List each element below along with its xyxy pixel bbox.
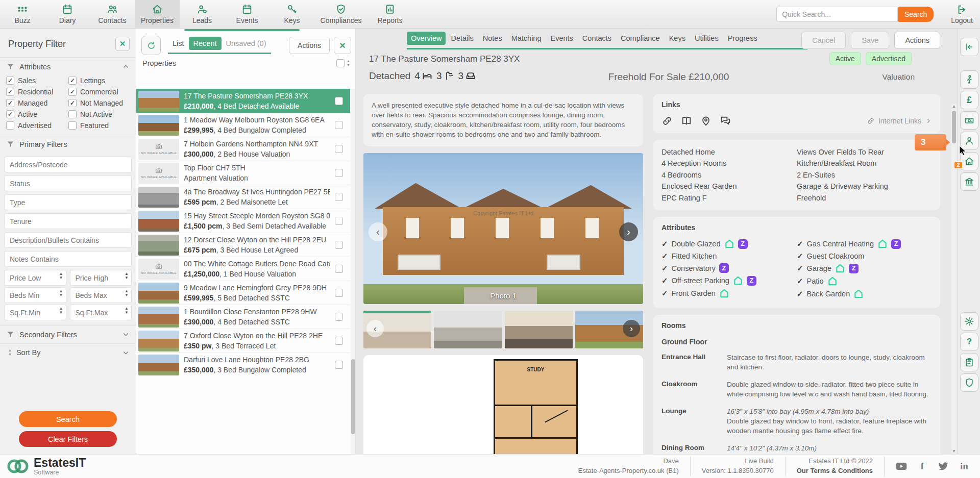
footer-terms-link[interactable]: Our Terms & Conditions: [797, 467, 873, 474]
property-row[interactable]: 12 Dorset Close Wyton on the Hill PE28 2…: [136, 233, 350, 257]
thumbs-next-button[interactable]: ›: [623, 320, 640, 337]
tab-progress[interactable]: Progress: [724, 32, 762, 45]
checkbox-lettings[interactable]: Lettings: [68, 77, 131, 85]
detail-actions-button[interactable]: Actions: [894, 32, 940, 49]
tab-utilities[interactable]: Utilities: [691, 32, 723, 45]
tenure-field[interactable]: [4, 213, 132, 229]
help-button[interactable]: ?: [960, 333, 978, 351]
property-row[interactable]: NO IMAGE AVAILABLE 00 The White Cottage …: [136, 257, 350, 281]
row-checkbox[interactable]: [335, 193, 343, 201]
nav-events[interactable]: Events: [225, 0, 270, 28]
checkbox-residential[interactable]: Residential: [6, 88, 68, 96]
detail-scrollbar-thumb[interactable]: [952, 111, 956, 143]
stepper-arrows[interactable]: ▲▼: [59, 289, 63, 297]
property-row[interactable]: 7 Oxford Close Wyton on the Hill PE28 2H…: [136, 329, 350, 353]
security-button[interactable]: [960, 373, 978, 392]
row-checkbox[interactable]: [335, 241, 343, 249]
checkbox-commercial[interactable]: Commercial: [68, 88, 131, 96]
tab-contacts[interactable]: Contacts: [578, 32, 616, 45]
stepper-arrows[interactable]: ▲▼: [59, 307, 63, 315]
row-checkbox[interactable]: [335, 265, 343, 273]
price-high-stepper[interactable]: ▲▼: [70, 270, 132, 286]
notes-side-button[interactable]: [960, 353, 978, 371]
property-row[interactable]: 17 The Pasture Somersham PE28 3YX£210,00…: [136, 89, 350, 113]
checkbox-not-active[interactable]: Not Active: [68, 110, 131, 118]
row-checkbox[interactable]: [335, 121, 343, 129]
notes-contains-field[interactable]: [4, 251, 132, 267]
property-row[interactable]: Darfuri Love Lane Houghton PE28 2BG£350,…: [136, 353, 350, 376]
beds-min-stepper[interactable]: ▲▼: [4, 287, 66, 303]
property-row[interactable]: NO IMAGE AVAILABLE Top Floor CH7 5THApar…: [136, 161, 350, 185]
row-checkbox[interactable]: [335, 361, 343, 369]
tab-keys[interactable]: Keys: [665, 32, 690, 45]
nav-properties[interactable]: Properties: [135, 0, 180, 28]
list-actions-button[interactable]: Actions: [289, 37, 330, 54]
collapse-panel-button[interactable]: [960, 38, 978, 56]
thumbs-prev-button[interactable]: ‹: [366, 320, 384, 337]
detail-scrollbar[interactable]: ▲ ▼: [951, 104, 957, 454]
compliance-side-button[interactable]: [960, 172, 978, 191]
type-field[interactable]: [4, 194, 132, 210]
stepper-arrows[interactable]: ▲▼: [125, 272, 129, 280]
stepper-arrows[interactable]: ▲▼: [125, 289, 129, 297]
map-pin-icon[interactable]: [700, 115, 712, 127]
settings-button[interactable]: [960, 312, 978, 331]
price-low-input[interactable]: [4, 270, 66, 286]
photo-thumbnail-3[interactable]: [505, 311, 573, 348]
attributes-section-header[interactable]: Attributes: [0, 57, 136, 76]
checkbox-advertised[interactable]: Advertised: [6, 121, 68, 130]
price-low-stepper[interactable]: ▲▼: [4, 270, 66, 286]
finance-button[interactable]: £: [960, 91, 978, 109]
list-scroll-arrows[interactable]: ▲▼: [347, 59, 350, 67]
logout-button[interactable]: Logout: [951, 4, 973, 24]
sqft-min-input[interactable]: [4, 305, 66, 320]
sqft-max-stepper[interactable]: ▲▼: [70, 305, 132, 320]
nav-keys[interactable]: Keys: [270, 0, 314, 28]
row-checkbox[interactable]: [335, 313, 343, 321]
tab-overview[interactable]: Overview: [407, 32, 446, 45]
property-row[interactable]: 1 Meadow Way Melbourn Royston SG8 6EA£29…: [136, 113, 350, 137]
linkedin-icon[interactable]: in: [958, 460, 971, 473]
clear-filters-button[interactable]: Clear Filters: [19, 431, 117, 447]
property-row[interactable]: 9 Meadow Lane Hemingford Grey PE28 9DH£5…: [136, 281, 350, 305]
refresh-list-button[interactable]: [141, 36, 161, 55]
photo-prev-button[interactable]: ‹: [369, 222, 387, 241]
scroll-up-arrow[interactable]: ▲: [951, 104, 957, 109]
checkbox-active[interactable]: Active: [6, 110, 68, 118]
row-checkbox[interactable]: [335, 169, 343, 177]
save-button[interactable]: Save: [851, 32, 889, 49]
nav-buzz[interactable]: Buzz: [0, 0, 45, 28]
payments-button[interactable]: [960, 111, 978, 130]
tab-details[interactable]: Details: [447, 32, 477, 45]
secondary-filters-header[interactable]: Secondary Filters: [0, 325, 136, 343]
checkbox-featured[interactable]: Featured: [68, 121, 131, 130]
applicants-button[interactable]: [960, 70, 978, 89]
row-checkbox[interactable]: [335, 97, 343, 105]
tab-compliance[interactable]: Compliance: [617, 32, 664, 45]
beds-min-input[interactable]: [4, 287, 66, 303]
select-all-checkbox[interactable]: [336, 59, 345, 67]
property-row[interactable]: 4a The Broadway St Ives Huntingdon PE27 …: [136, 185, 350, 209]
property-row[interactable]: NO IMAGE AVAILABLE 7 Holbein Gardens Nor…: [136, 137, 350, 161]
photo-next-button[interactable]: ›: [619, 222, 638, 241]
facebook-icon[interactable]: f: [916, 460, 929, 473]
beds-max-input[interactable]: [70, 287, 132, 303]
tab-list[interactable]: List: [168, 37, 189, 50]
youtube-icon[interactable]: [895, 460, 908, 473]
internet-links-button[interactable]: Internet Links: [867, 117, 932, 125]
address-postcode-field[interactable]: [4, 157, 132, 172]
tab-events[interactable]: Events: [547, 32, 577, 45]
close-list-button[interactable]: ✕: [334, 37, 351, 54]
tab-unsaved[interactable]: Unsaved (0): [222, 37, 271, 50]
checkbox-not-managed[interactable]: Not Managed: [68, 99, 131, 107]
close-filter-button[interactable]: ✕: [115, 37, 130, 51]
tab-notes[interactable]: Notes: [479, 32, 506, 45]
scroll-down-arrow[interactable]: ▼: [951, 449, 957, 454]
list-scrollbar-thumb[interactable]: [351, 359, 355, 434]
nav-reports[interactable]: Reports: [368, 0, 412, 28]
filter-search-button[interactable]: Search: [19, 411, 117, 427]
property-row[interactable]: 1 Bourdillon Close Fenstanton PE28 9HW£3…: [136, 305, 350, 329]
brochure-book-icon[interactable]: [681, 115, 692, 127]
price-high-input[interactable]: [70, 270, 132, 286]
primary-filters-header[interactable]: Primary Filters: [0, 135, 136, 153]
